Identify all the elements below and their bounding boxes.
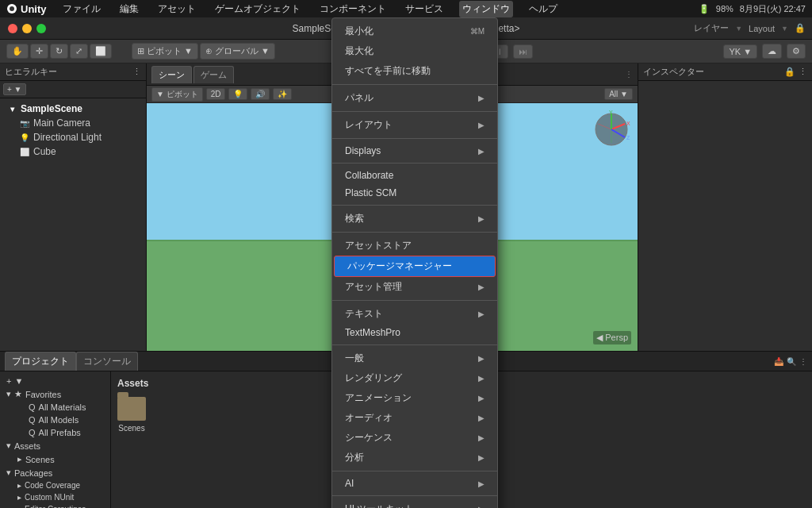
asset-mgmt-label: アセット管理 <box>345 280 402 294</box>
menu-window[interactable]: ウィンドウ <box>459 1 513 17</box>
menu-maximize[interactable]: 最大化 <box>332 41 497 61</box>
scene-fx-btn[interactable]: ✨ <box>273 88 292 100</box>
proj-code-coverage[interactable]: ▸ Code Coverage <box>0 479 110 491</box>
menu-ai[interactable]: AI ▶ <box>332 475 497 492</box>
transform-rotate-btn[interactable]: ↻ <box>50 44 68 59</box>
menu-edit[interactable]: 編集 <box>117 1 142 17</box>
menu-animation[interactable]: アニメーション ▶ <box>332 388 497 408</box>
hierarchy-main-camera[interactable]: 📷 Main Camera <box>0 116 146 130</box>
transform-hand-btn[interactable]: ✋ <box>6 44 29 59</box>
menu-asset-store[interactable]: アセットストア <box>332 236 497 256</box>
text-label: テキスト <box>345 307 383 321</box>
hierarchy-menu-icon[interactable]: ⋮ <box>132 67 141 77</box>
menu-asset-management[interactable]: アセット管理 ▶ <box>332 277 497 297</box>
add-label: ▼ <box>14 376 23 386</box>
cloud-btn[interactable]: ☁ <box>762 44 782 59</box>
general-label: 一般 <box>345 352 364 365</box>
menu-displays[interactable]: Displays ▶ <box>332 142 497 160</box>
tab-project[interactable]: プロジェクト <box>5 352 76 371</box>
ec-icon: ▸ <box>17 505 21 508</box>
proj-favorites[interactable]: ▾ ★ Favorites <box>0 387 110 401</box>
scene-draw-mode[interactable]: ▼ ピボット <box>151 87 203 102</box>
text-arrow: ▶ <box>478 310 485 318</box>
menu-gameobject[interactable]: ゲームオブジェクト <box>212 1 304 17</box>
project-sidebar: + ▼ ▾ ★ Favorites Q All Materials Q All … <box>0 371 111 508</box>
menu-rendering[interactable]: レンダリング ▶ <box>332 368 497 388</box>
menu-collaborate[interactable]: Collaborate <box>332 167 497 184</box>
inspector-menu-icon[interactable]: ⋮ <box>799 67 807 77</box>
layer-selector[interactable]: レイヤー <box>694 22 729 34</box>
menu-analysis[interactable]: 分析 ▶ <box>332 448 497 468</box>
bottom-panel-icon2[interactable]: 🔍 <box>787 357 796 366</box>
menu-ui-toolkit[interactable]: UI ツールキット ▶ <box>332 499 497 508</box>
q-icon-3: Q <box>29 428 36 437</box>
ui-toolkit-arrow: ▶ <box>478 505 485 508</box>
hierarchy-directional-light[interactable]: 💡 Directional Light <box>0 130 146 144</box>
menu-general[interactable]: 一般 ▶ <box>332 348 497 368</box>
bottom-panel-icon1[interactable]: 📥 <box>774 357 783 366</box>
scene-all-btn[interactable]: All ▼ <box>604 88 633 100</box>
maximize-button[interactable] <box>36 24 46 33</box>
proj-all-materials[interactable]: Q All Materials <box>0 401 110 414</box>
layout-selector[interactable]: Layout <box>749 24 775 33</box>
transform-move-btn[interactable]: ✛ <box>30 44 48 59</box>
menu-plastic-scm[interactable]: Plastic SCM <box>332 184 497 202</box>
proj-custom-nunit[interactable]: ▸ Custom NUnit <box>0 491 110 503</box>
hierarchy-search[interactable]: + ▼ <box>3 83 26 95</box>
close-button[interactable] <box>8 24 17 33</box>
asset-scenes-folder[interactable]: Scenes <box>117 397 146 433</box>
bottom-panel-menu[interactable]: ⋮ <box>799 357 807 366</box>
menu-file[interactable]: ファイル <box>59 1 104 17</box>
tab-game[interactable]: ゲーム <box>193 66 234 83</box>
menu-bring-all[interactable]: すべてを手前に移動 <box>332 61 497 81</box>
scene-audio-btn[interactable]: 🔊 <box>251 88 270 100</box>
menu-panel[interactable]: パネル ▶ <box>332 88 497 108</box>
datetime: 8月9日(火) 22:47 <box>740 3 806 15</box>
proj-scenes[interactable]: ▸ Scenes <box>0 452 110 466</box>
menu-minimize[interactable]: 最小化 ⌘M <box>332 21 497 41</box>
panel-label: パネル <box>345 91 373 105</box>
proj-packages[interactable]: ▾ Packages <box>0 466 110 479</box>
rendering-arrow: ▶ <box>478 374 485 383</box>
hierarchy-scene[interactable]: ▾ SampleScene <box>0 102 146 116</box>
account-btn[interactable]: YK ▼ <box>723 44 757 59</box>
proj-all-prefabs[interactable]: Q All Prefabs <box>0 426 110 439</box>
menu-help[interactable]: ヘルプ <box>526 1 561 17</box>
menu-textmeshpro[interactable]: TextMeshPro <box>332 324 497 341</box>
menubar-right: 🔋 98% 8月9日(火) 22:47 <box>699 3 806 15</box>
minimize-button[interactable] <box>22 24 32 33</box>
scene-light-btn[interactable]: 💡 <box>228 88 247 100</box>
pivot-btn[interactable]: ⊞ ピボット ▼ <box>132 43 198 60</box>
menu-search[interactable]: 検索 ▶ <box>332 209 497 229</box>
menu-text[interactable]: テキスト ▶ <box>332 304 497 324</box>
scene-tab-menu[interactable]: ⋮ <box>625 70 633 79</box>
tmp-menu-label: TextMeshPro <box>345 327 400 338</box>
cube-icon: ⬜ <box>19 146 30 157</box>
menu-assets[interactable]: アセット <box>155 1 199 17</box>
menu-sequence[interactable]: シーケンス ▶ <box>332 428 497 448</box>
scenes-icon: ▸ <box>17 454 22 464</box>
inspector-lock-icon[interactable]: 🔒 <box>784 67 795 77</box>
proj-add-btn[interactable]: + ▼ <box>0 375 110 387</box>
rendering-label: レンダリング <box>345 371 402 385</box>
menu-component[interactable]: コンポーネント <box>316 1 389 17</box>
tab-console[interactable]: コンソール <box>76 352 138 371</box>
proj-editor-coroutines[interactable]: ▸ Editor Coroutines <box>0 503 110 508</box>
settings-btn[interactable]: ⚙ <box>787 44 806 59</box>
sequence-arrow: ▶ <box>478 433 485 442</box>
menu-layout[interactable]: レイアウト ▶ <box>332 115 497 135</box>
scene-2d-btn[interactable]: 2D <box>206 88 226 100</box>
cube-label: Cube <box>33 146 56 157</box>
panel-arrow: ▶ <box>478 94 485 102</box>
menu-services[interactable]: サービス <box>402 1 446 17</box>
transform-rect-btn[interactable]: ⬜ <box>90 44 112 59</box>
proj-all-models[interactable]: Q All Models <box>0 414 110 426</box>
proj-assets[interactable]: ▾ Assets <box>0 439 110 452</box>
global-btn[interactable]: ⊕ グローバル ▼ <box>200 43 275 60</box>
menu-package-manager[interactable]: パッケージマネージャー <box>334 256 496 277</box>
transform-scale-btn[interactable]: ⤢ <box>70 44 88 59</box>
menu-audio[interactable]: オーディオ ▶ <box>332 408 497 428</box>
hierarchy-cube[interactable]: ⬜ Cube <box>0 144 146 159</box>
step-btn[interactable]: ⏭ <box>513 44 533 59</box>
tab-scene[interactable]: シーン <box>151 66 192 83</box>
